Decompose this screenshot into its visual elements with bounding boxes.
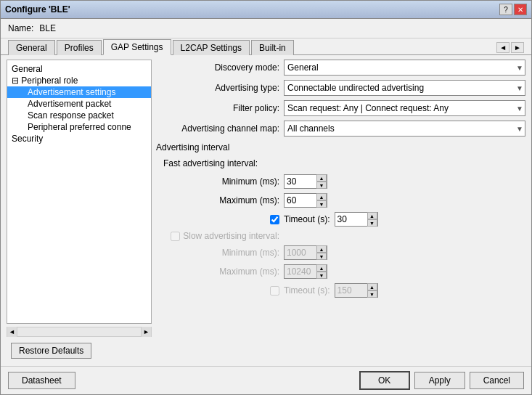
tree-item-peripheral-pref[interactable]: Peripheral preferred conne <box>7 121 151 133</box>
discovery-mode-select[interactable]: General <box>287 60 522 75</box>
fast-timeout-down-button[interactable]: ▼ <box>367 219 377 227</box>
fast-min-input[interactable] <box>285 175 316 188</box>
hscroll-row: ◄ ► <box>7 327 152 337</box>
fast-max-label: Maximum (ms): <box>156 195 279 205</box>
fast-timeout-up-button[interactable]: ▲ <box>367 212 377 219</box>
slow-min-down-button: ▼ <box>316 253 327 260</box>
tabs-row: General Profiles GAP Settings L2CAP Sett… <box>1 38 531 55</box>
filter-policy-dropdown[interactable]: Scan request: Any | Connect request: Any… <box>284 100 525 116</box>
filter-policy-label: Filter policy: <box>156 103 279 113</box>
adv-channel-map-dropdown[interactable]: All channels ▼ <box>284 121 525 137</box>
fast-timeout-checkbox[interactable] <box>270 215 279 224</box>
tree-item-general[interactable]: General <box>7 63 151 75</box>
fast-max-up-button[interactable]: ▲ <box>316 193 327 200</box>
fast-timeout-input[interactable] <box>335 213 367 226</box>
tree-item-peripheral-role[interactable]: ⊟ Peripheral role <box>7 75 151 86</box>
tree-body: General ⊟ Peripheral role Advertisement … <box>7 60 151 323</box>
fast-min-down-button[interactable]: ▼ <box>316 182 327 189</box>
title-bar: Configure 'BLE' ? ✕ <box>1 1 531 19</box>
title-bar-buttons: ? ✕ <box>499 4 527 15</box>
slow-max-input[interactable] <box>285 265 316 278</box>
slow-adv-label: Slow advertising interval: <box>183 231 279 241</box>
adv-channel-map-label: Advertising channel map: <box>156 123 279 134</box>
fast-max-down-button[interactable]: ▼ <box>316 200 327 208</box>
tab-general[interactable]: General <box>8 40 55 55</box>
cancel-button[interactable]: Cancel <box>470 372 524 389</box>
main-content: General ⊟ Peripheral role Advertisement … <box>1 55 531 366</box>
fast-timeout-spinner-buttons: ▲ ▼ <box>367 212 377 227</box>
fast-min-spinner: ▲ ▼ <box>284 174 327 189</box>
fast-min-up-button[interactable]: ▲ <box>316 174 327 182</box>
slow-timeout-checkbox[interactable] <box>270 286 279 296</box>
tab-profiles[interactable]: Profiles <box>57 40 102 55</box>
close-button[interactable]: ✕ <box>514 4 527 15</box>
discovery-mode-row: Discovery mode: General ▼ <box>156 60 525 76</box>
filter-policy-select[interactable]: Scan request: Any | Connect request: Any <box>287 101 522 115</box>
advertising-type-label: Advertising type: <box>156 83 279 93</box>
slow-max-spinner: ▲ ▼ <box>284 264 327 279</box>
filter-policy-row: Filter policy: Scan request: Any | Conne… <box>156 100 525 116</box>
tree-item-scan-response[interactable]: Scan response packet <box>7 110 151 121</box>
slow-min-spinner-buttons: ▲ ▼ <box>316 245 327 260</box>
fast-max-spinner: ▲ ▼ <box>284 193 327 208</box>
fast-timeout-spacer <box>156 215 279 224</box>
slow-max-up-button: ▲ <box>316 264 327 272</box>
slow-max-row: Maximum (ms): ▲ ▼ <box>156 264 525 279</box>
slow-timeout-up-button: ▲ <box>367 283 377 290</box>
slow-min-row: Minimum (ms): ▲ ▼ <box>156 245 525 260</box>
bottom-bar: Datasheet OK Apply Cancel <box>1 366 531 394</box>
fast-min-row: Minimum (ms): ▲ ▼ <box>156 174 525 189</box>
advertising-type-select[interactable]: Connectable undirected advertising <box>287 81 522 95</box>
hscroll-track[interactable] <box>17 327 141 336</box>
tree-item-adv-settings[interactable]: Advertisement settings <box>7 86 151 98</box>
advertising-type-dropdown[interactable]: Connectable undirected advertising ▼ <box>284 80 525 96</box>
hscroll-right-btn[interactable]: ► <box>141 327 151 337</box>
slow-timeout-spinner: ▲ ▼ <box>335 283 378 298</box>
help-button[interactable]: ? <box>499 4 512 15</box>
slow-max-spinner-buttons: ▲ ▼ <box>316 264 327 279</box>
tree-item-adv-packet[interactable]: Advertisement packet <box>7 98 151 110</box>
slow-timeout-row: Timeout (s): ▲ ▼ <box>156 283 525 298</box>
right-panel: Discovery mode: General ▼ Advertising ty… <box>156 60 525 362</box>
slow-timeout-down-button: ▼ <box>367 290 377 298</box>
fast-max-input[interactable] <box>285 194 316 207</box>
datasheet-button[interactable]: Datasheet <box>8 372 75 389</box>
configure-dialog: Configure 'BLE' ? ✕ Name: BLE General Pr… <box>0 0 532 395</box>
tab-prev-arrow[interactable]: ◄ <box>496 42 510 53</box>
tree-item-security[interactable]: Security <box>7 133 151 144</box>
tab-l2cap[interactable]: L2CAP Settings <box>173 40 250 55</box>
tab-builtin[interactable]: Built-in <box>251 40 294 55</box>
apply-button[interactable]: Apply <box>414 372 465 389</box>
fast-timeout-row: Timeout (s): ▲ ▼ <box>156 212 525 227</box>
expand-icon: ⊟ <box>12 76 21 86</box>
fast-timeout-spinner: ▲ ▼ <box>335 212 378 227</box>
restore-btn-row: Restore Defaults <box>7 340 152 362</box>
tab-gap-settings[interactable]: GAP Settings <box>103 39 171 55</box>
slow-adv-left: Slow advertising interval: <box>156 231 279 241</box>
slow-timeout-spinner-buttons: ▲ ▼ <box>367 283 377 298</box>
name-row: Name: BLE <box>1 19 531 38</box>
ok-button[interactable]: OK <box>359 371 410 390</box>
discovery-mode-dropdown[interactable]: General ▼ <box>284 60 525 76</box>
name-label: Name: <box>8 23 33 33</box>
slow-min-up-button: ▲ <box>316 245 327 253</box>
slow-timeout-spacer <box>156 286 279 296</box>
adv-channel-map-select[interactable]: All channels <box>287 121 522 136</box>
slow-adv-checkbox[interactable] <box>171 232 180 241</box>
slow-adv-row: Slow advertising interval: <box>156 231 525 241</box>
adv-channel-map-row: Advertising channel map: All channels ▼ <box>156 121 525 137</box>
tab-next-arrow[interactable]: ► <box>511 42 524 53</box>
name-value: BLE <box>39 23 56 33</box>
restore-defaults-button[interactable]: Restore Defaults <box>11 343 91 359</box>
fast-max-row: Maximum (ms): ▲ ▼ <box>156 193 525 208</box>
discovery-mode-label: Discovery mode: <box>156 62 279 73</box>
fast-max-spinner-buttons: ▲ ▼ <box>316 193 327 208</box>
hscroll-left-btn[interactable]: ◄ <box>7 327 17 337</box>
fast-min-label: Minimum (ms): <box>156 176 279 187</box>
slow-max-down-button: ▼ <box>316 272 327 279</box>
slow-timeout-input[interactable] <box>335 284 367 297</box>
slow-timeout-label: Timeout (s): <box>284 285 330 296</box>
fast-timeout-label: Timeout (s): <box>284 214 330 224</box>
slow-min-input[interactable] <box>285 246 316 259</box>
advertising-interval-header: Advertising interval <box>156 142 525 152</box>
